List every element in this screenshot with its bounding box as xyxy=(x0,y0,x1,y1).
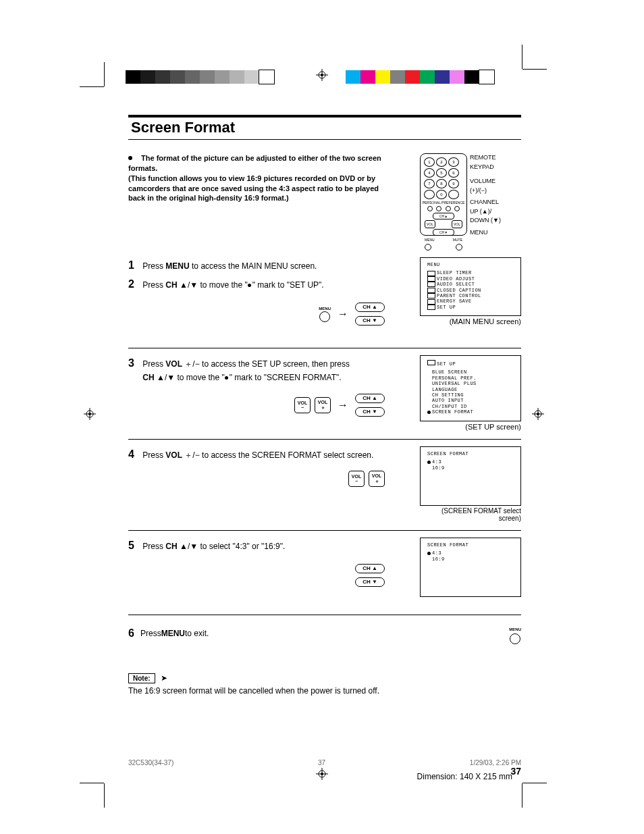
dimension-text: Dimension: 140 X 215 mm xyxy=(417,772,512,781)
remote-vol-minus: VOL xyxy=(425,220,435,228)
step-5-text: Press xyxy=(142,542,165,551)
step-number: 5 xyxy=(128,538,140,554)
registration-mark-icon xyxy=(84,408,96,420)
footer-right: 1/29/03, 2:26 PM xyxy=(470,759,521,766)
step-3-text-b: ＋/− to access the SET UP screen, then pr… xyxy=(182,359,350,369)
crop-mark xyxy=(104,62,105,86)
remote-label: CHANNEL xyxy=(470,198,501,207)
step-number: 4 xyxy=(128,446,140,463)
bullet-icon xyxy=(128,156,132,160)
menu-button-icon: MENU xyxy=(509,627,521,644)
vol-minus-button-icon: VOL− xyxy=(294,397,311,413)
remote-diagram: 1234567890 PERSONAL PREFERENCE CH▲ VOL V… xyxy=(420,153,521,237)
screen-format-screen-2: SCREEN FORMAT4:316:9 xyxy=(420,538,521,597)
dot-mark-icon xyxy=(225,376,228,380)
remote-label: MENU xyxy=(470,228,501,238)
footer-left: 32C530(34-37) xyxy=(128,759,173,766)
step-number: 2 xyxy=(128,276,140,292)
remote-label: UP (▲)/ xyxy=(470,207,501,217)
step-5-text-b: ▲/▼ to select "4:3" or "16:9". xyxy=(178,542,286,551)
step-2-text-c: " mark to "SET UP". xyxy=(252,280,324,290)
ch-down-button-icon: CH ▼ xyxy=(355,407,385,417)
step-number: 1 xyxy=(128,257,140,273)
remote-pp-label: PERSONAL PREFERENCE xyxy=(421,201,466,205)
step-6-text-b: to exit. xyxy=(185,627,209,640)
step-6-bold: MENU xyxy=(161,627,185,640)
vol-plus-button-icon: VOL＋ xyxy=(369,471,385,487)
intro-line-2: (This function allows you to view 16:9 p… xyxy=(128,174,379,203)
crop-mark xyxy=(80,783,104,783)
step-number: 6 xyxy=(128,625,140,642)
step-1-text: Press xyxy=(142,261,165,271)
footer-mid: 37 xyxy=(173,759,470,766)
step-3-bold-c: CH xyxy=(142,373,154,382)
ch-up-button-icon: CH ▲ xyxy=(355,303,385,312)
remote-ch-up: CH▲ xyxy=(433,213,454,219)
remote-keypad: 1234567890 xyxy=(423,157,464,200)
remote-vol-plus: VOL xyxy=(452,220,462,228)
remote-label: KEYPAD xyxy=(470,163,501,172)
ch-down-button-icon: CH ▼ xyxy=(355,316,385,325)
step-1-text-b: to access the MAIN MENU screen. xyxy=(190,261,317,271)
step-3-bold: VOL xyxy=(165,359,182,369)
intro-line-1: The format of the picture can be adjuste… xyxy=(128,154,381,172)
vol-minus-button-icon: VOL− xyxy=(348,471,365,487)
crop-mark xyxy=(522,69,547,70)
crop-mark xyxy=(104,783,105,808)
menu-button-icon: MENU xyxy=(319,307,331,322)
step-6-text: Press xyxy=(140,627,161,640)
screen-caption: (SET UP screen) xyxy=(420,423,521,431)
step-5-bold: CH xyxy=(165,542,177,551)
step-4-text: Press xyxy=(142,450,165,460)
setup-screen: SET UPBLUE SCREENPERSONAL PREF.UNIVERSAL… xyxy=(420,355,521,421)
crop-mark xyxy=(80,86,104,87)
remote-label: DOWN (▼) xyxy=(470,216,501,226)
remote-mute-label: MUTE xyxy=(453,238,462,242)
registration-mark-icon xyxy=(316,768,328,780)
remote-label: (+)/(−) xyxy=(470,186,501,196)
remote-label: REMOTE xyxy=(470,153,501,163)
grayscale-swatch-bar xyxy=(126,70,274,84)
step-4-text-b: ＋/− to access the SCREEN FORMAT select s… xyxy=(182,450,373,460)
step-number: 3 xyxy=(128,355,140,371)
ch-up-button-icon: CH ▲ xyxy=(355,564,385,573)
remote-ch-dn: CH▼ xyxy=(433,229,454,236)
arrow-icon: → xyxy=(338,399,348,411)
ch-down-button-icon: CH ▼ xyxy=(355,577,385,587)
step-2-text: Press xyxy=(142,280,165,290)
screen-format-screen: SCREEN FORMAT4:316:9 xyxy=(420,446,521,506)
color-swatch-bar xyxy=(346,70,494,84)
screen-caption: (MAIN MENU screen) xyxy=(420,317,521,325)
step-2-bold: CH xyxy=(165,280,177,290)
step-2-text-b: ▲/▼ to move the " xyxy=(178,280,248,290)
crop-mark xyxy=(522,45,522,69)
print-footer: 32C530(34-37) 37 1/29/03, 2:26 PM xyxy=(128,759,521,766)
svg-point-3 xyxy=(321,74,323,76)
svg-point-11 xyxy=(537,413,539,415)
step-3-text-d: ▲/▼ to move the " xyxy=(155,373,225,382)
intro-text: The format of the picture can be adjuste… xyxy=(128,153,385,237)
crop-mark xyxy=(522,783,522,808)
svg-point-15 xyxy=(321,773,323,775)
remote-label: VOLUME xyxy=(470,177,501,186)
step-3-text-e: " mark to "SCREEN FORMAT". xyxy=(230,373,342,382)
note-label: Note: xyxy=(128,673,155,683)
section-title-bar: Screen Format xyxy=(128,115,521,140)
remote-menu-label: MENU xyxy=(425,238,435,242)
ch-up-button-icon: CH ▲ xyxy=(355,394,385,403)
arrow-icon: → xyxy=(338,308,348,320)
registration-mark-icon xyxy=(316,69,328,81)
step-4-bold: VOL xyxy=(165,450,182,460)
registration-mark-icon xyxy=(532,408,544,420)
note-text: The 16:9 screen format will be cancelled… xyxy=(128,686,521,696)
step-1-bold: MENU xyxy=(165,261,189,271)
main-menu-screen: MENUSLEEP TIMERVIDEO ADJUSTAUDIO SELECTC… xyxy=(420,257,521,316)
screen-caption: (SCREEN FORMAT select screen) xyxy=(420,507,521,522)
step-3-text: Press xyxy=(142,359,165,369)
vol-plus-button-icon: VOL＋ xyxy=(315,397,331,413)
note-arrow-icon: ➤ xyxy=(161,673,167,683)
dot-mark-icon xyxy=(248,284,251,287)
crop-mark xyxy=(522,783,547,783)
page-title: Screen Format xyxy=(131,119,521,136)
svg-point-7 xyxy=(88,413,91,415)
